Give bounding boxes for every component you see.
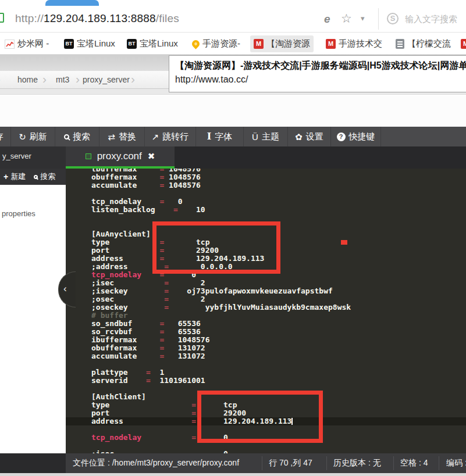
plus-icon: + — [3, 172, 8, 181]
replace-icon: ⇄ — [108, 133, 115, 141]
tooltip-url: http://www.tao.cc/ — [175, 74, 462, 85]
yellow-pin-icon — [190, 38, 201, 49]
file-tree[interactable]: properties — [0, 185, 66, 453]
code-line[interactable]: 73 — [0, 442, 466, 450]
breadcrumb-mt3[interactable]: mt3 — [56, 75, 69, 84]
code-line[interactable]: 60ibuffermax = 1048576 — [0, 336, 466, 344]
code-line[interactable]: 62accumulate = 131072 — [0, 352, 466, 360]
theme-button[interactable]: Ü主题 — [244, 127, 288, 146]
code-line[interactable]: 59so_rcvbuf = 65536 — [0, 328, 466, 336]
line-text: ibuffermax = 1048576 — [91, 336, 210, 344]
annotation-box-authclient — [197, 391, 323, 443]
annotation-box-auanyclient — [152, 221, 280, 274]
new-file-button[interactable]: +新建 — [3, 171, 26, 182]
divider — [326, 456, 327, 470]
url-text[interactable]: http://129.204.189.113:8888/files — [15, 12, 179, 25]
line-text: [AuthClient] — [91, 393, 146, 401]
bookmark-partial[interactable]: M — [457, 35, 466, 52]
bookmark-baota-2[interactable]: BT宝塔Linux — [123, 35, 182, 52]
save-button[interactable]: 存 — [0, 127, 11, 146]
tab-label: proxy.conf — [97, 151, 142, 162]
divider — [262, 456, 262, 470]
sidebar-search-button[interactable]: 搜索 — [34, 171, 55, 182]
jump-icon: ↗ — [152, 133, 159, 141]
font-icon: I — [207, 132, 211, 141]
menu-gray-icon — [396, 39, 404, 49]
search-engine-icon[interactable]: S — [387, 13, 399, 24]
modified-indicator-icon — [86, 153, 91, 159]
bookmarks-bar: 炒米网 - BT宝塔Linux BT宝塔Linux 手游资源- M【淘游资源 M… — [0, 33, 466, 55]
bookmark-baota-1[interactable]: BT宝塔Linux — [61, 35, 119, 52]
bookmark-taoyou-ziyuan[interactable]: M【淘游资源 — [250, 35, 314, 52]
status-cursor-position: 行 70 ,列 47 — [269, 458, 312, 468]
status-file-path: 文件位置 : /home/mt3/proxy_server/proxy.conf — [73, 458, 239, 468]
tree-item-properties[interactable]: properties — [0, 185, 66, 218]
search-icon — [34, 175, 38, 179]
sidebar-actions: +新建 搜索 — [0, 169, 66, 185]
browser-tab[interactable] — [45, 0, 99, 6]
code-line[interactable]: 61obuffermax = 131072 — [0, 344, 466, 352]
sidebar-directory-label: y_server — [0, 146, 66, 169]
search-icon — [64, 134, 69, 139]
line-text: ;isec = 2 — [91, 279, 205, 287]
tooltip-title: 【淘游资源网】-游戏技术交流|手游服务端源码|H5游戏技术论坛|网游单机|手 — [175, 60, 462, 72]
line-text: obuffermax = 1048576 — [91, 173, 201, 181]
address-bar[interactable]: http://129.204.189.113:8888/files e ☆ ▾ … — [0, 6, 466, 33]
settings-button[interactable]: ✿设置 — [288, 127, 331, 146]
line-text: listen_backlog = 10 — [91, 206, 205, 214]
divider — [378, 8, 379, 30]
url-scheme: http:// — [15, 12, 44, 24]
code-line[interactable]: 63 — [0, 360, 466, 368]
line-text: so_rcvbuf = 65536 — [91, 328, 201, 336]
code-line[interactable]: 57# buffer — [0, 312, 466, 320]
chevron-right-icon: › — [42, 72, 47, 86]
chevron-left-icon: ‹ — [63, 283, 67, 295]
divider — [393, 456, 394, 470]
line-text: plattype = 1 — [91, 368, 164, 377]
m-red-icon: M — [326, 39, 336, 49]
status-left-pad — [0, 453, 66, 473]
code-line[interactable]: 40obuffermax = 1048576 — [0, 173, 466, 181]
code-line[interactable]: 43tcp_nodelay = 0 — [0, 198, 466, 206]
url-path: /files — [156, 12, 179, 24]
chevron-right-icon: › — [76, 72, 80, 86]
favorite-star-icon[interactable]: ☆ — [341, 12, 352, 26]
bookmark-shouyou-ziyuan[interactable]: 手游资源- — [188, 35, 244, 52]
code-line[interactable]: 42 — [0, 189, 466, 198]
bookmark-shouyou-jishu[interactable]: M手游技术交 — [322, 35, 386, 52]
status-encoding[interactable]: 编码 : — [446, 458, 466, 468]
bottom-strip — [0, 473, 466, 476]
bt-icon: BT — [127, 39, 137, 49]
editor-status-bar: 文件位置 : /home/mt3/proxy_server/proxy.conf… — [0, 453, 466, 473]
breadcrumb-home[interactable]: home — [17, 75, 38, 84]
code-line[interactable]: 65serverid = 1101961001 — [0, 377, 466, 385]
theme-icon: Ü — [252, 133, 258, 141]
bookmark-chaomi[interactable]: 炒米网 - — [1, 35, 52, 52]
code-line[interactable]: 41accumulate = 1048576 — [0, 181, 466, 189]
goto-line-button[interactable]: ↗跳转行 — [145, 127, 196, 146]
bookmark-ningmeng[interactable]: 【柠檬交流 — [392, 35, 454, 52]
close-tab-icon[interactable]: ✖ — [148, 151, 155, 162]
line-text: obuffermax = 131072 — [91, 344, 205, 352]
code-line[interactable]: 45 — [0, 214, 466, 222]
chevron-right-icon: › — [131, 72, 135, 86]
shortcuts-button[interactable]: ?快捷键 — [331, 127, 381, 146]
help-icon: ? — [337, 133, 346, 141]
editor-toolbar: 存 ↻刷新 搜索 ⇄替换 ↗跳转行 I字体 Ü主题 ✿设置 ?快捷键 — [0, 127, 466, 146]
search-button[interactable]: 搜索 — [55, 127, 99, 146]
line-text: serverid = 1101961001 — [91, 377, 205, 385]
code-line[interactable]: 64plattype = 1 — [0, 368, 466, 377]
status-history-version[interactable]: 历史版本 : 无 — [333, 458, 381, 468]
replace-button[interactable]: ⇄替换 — [99, 127, 145, 146]
chart-icon — [5, 40, 15, 49]
tab-proxy-conf[interactable]: proxy.conf ✖ — [66, 146, 175, 169]
breadcrumb-proxy-server[interactable]: proxy_server — [83, 75, 130, 84]
font-button[interactable]: I字体 — [196, 127, 244, 146]
compat-mode-icon[interactable]: e — [324, 13, 330, 26]
code-line[interactable]: 58so_sndbuf = 65536 — [0, 320, 466, 328]
refresh-button[interactable]: ↻刷新 — [11, 127, 55, 146]
browser-search-input[interactable]: 输入文字搜索 — [405, 14, 457, 25]
code-line[interactable]: 44listen_backlog = 10 — [0, 206, 466, 214]
favorites-dropdown-icon[interactable]: ▾ — [361, 14, 365, 23]
status-spaces[interactable]: 空格 : 4 — [400, 458, 428, 468]
